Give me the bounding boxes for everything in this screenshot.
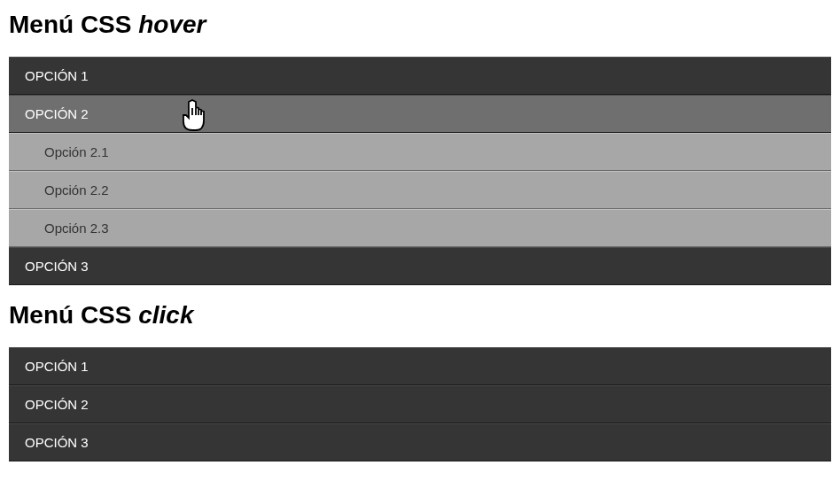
heading-click-italic: click — [138, 301, 193, 329]
heading-hover-prefix: Menú CSS — [9, 11, 138, 38]
menu-hover-item-3[interactable]: OPCIÓN 3 — [9, 247, 831, 285]
menu-click-item-3[interactable]: OPCIÓN 3 — [9, 423, 831, 461]
menu-hover-subitem-2-3[interactable]: Opción 2.3 — [9, 209, 831, 247]
menu-item-label: OPCIÓN 2 — [25, 106, 89, 121]
heading-click-prefix: Menú CSS — [9, 301, 138, 329]
menu-hover-item-2[interactable]: OPCIÓN 2 — [9, 95, 831, 133]
submenu-item-label: Opción 2.3 — [44, 221, 109, 236]
menu-click-item-2[interactable]: OPCIÓN 2 — [9, 385, 831, 423]
submenu-item-label: Opción 2.2 — [44, 182, 109, 198]
menu-hover-subitem-2-1[interactable]: Opción 2.1 — [9, 133, 831, 171]
menu-click: OPCIÓN 1 OPCIÓN 2 OPCIÓN 3 — [9, 347, 831, 461]
menu-hover-item-1[interactable]: OPCIÓN 1 — [9, 57, 831, 95]
menu-hover-subitem-2-2[interactable]: Opción 2.2 — [9, 171, 831, 209]
heading-hover: Menú CSS hover — [9, 11, 831, 39]
heading-click: Menú CSS click — [9, 301, 831, 330]
menu-item-label: OPCIÓN 3 — [25, 435, 89, 450]
menu-item-label: OPCIÓN 2 — [25, 397, 89, 412]
heading-hover-italic: hover — [138, 11, 206, 38]
pointer-cursor-icon — [177, 98, 207, 136]
menu-item-label: OPCIÓN 1 — [25, 68, 89, 83]
menu-item-label: OPCIÓN 1 — [25, 359, 89, 374]
submenu-item-label: Opción 2.1 — [44, 144, 109, 159]
menu-item-label: OPCIÓN 3 — [25, 259, 89, 274]
menu-hover: OPCIÓN 1 OPCIÓN 2 Opción 2.1 Opción 2.2 … — [9, 57, 831, 285]
menu-click-item-1[interactable]: OPCIÓN 1 — [9, 347, 831, 385]
